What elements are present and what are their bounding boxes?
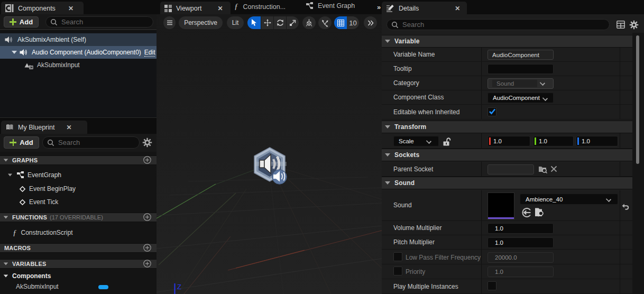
svg-text:Z: Z	[177, 283, 181, 291]
